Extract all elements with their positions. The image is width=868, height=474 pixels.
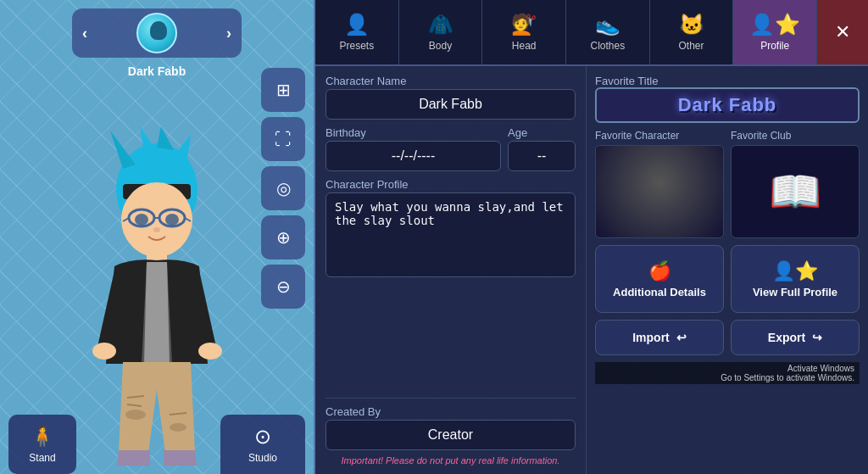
frame-icon: ⛶ [275, 130, 292, 149]
side-toolbar: ⊞ ⛶ ◎ ⊕ ⊖ [261, 68, 305, 309]
additional-details-button[interactable]: 🍎 Additional Details [595, 245, 724, 313]
created-by-section: Created By Important! Please do not put … [326, 398, 576, 466]
import-button[interactable]: Import ↩ [595, 320, 724, 355]
character-profile-label: Character Profile [326, 178, 576, 191]
favorite-club-label: Favorite Club [731, 130, 860, 142]
book-icon: 📖 [769, 167, 821, 216]
birthday-input[interactable] [326, 141, 501, 171]
form-section: Character Name Birthday Age Character Pr… [315, 66, 587, 474]
character-name-input[interactable] [326, 89, 576, 120]
profile-section: Favorite Title Dark Fabb Favorite Charac… [587, 66, 868, 474]
character-name-field-group: Character Name [326, 75, 576, 120]
export-button[interactable]: Export ↪ [731, 320, 860, 355]
character-selector: ‹ › [72, 8, 242, 58]
tab-body-label: Body [429, 40, 452, 52]
stand-icon: 🧍 [30, 425, 55, 449]
svg-point-17 [198, 343, 222, 360]
tab-bar: 👤 Presets 🧥 Body 💇 Head 👟 Clothes 🐱 Othe… [315, 0, 868, 66]
favorite-club-box: Favorite Club 📖 [731, 130, 860, 238]
additional-details-label: Additional Details [613, 286, 706, 298]
left-panel: ‹ › Dark Fabb [0, 0, 314, 474]
clothes-icon: 👟 [595, 13, 620, 36]
svg-marker-1 [110, 131, 136, 169]
favorite-club-image: 📖 [731, 145, 860, 238]
creator-input[interactable] [326, 420, 576, 450]
view-profile-icon: 👤⭐ [772, 260, 818, 282]
character-name-label: Character Name [326, 75, 576, 87]
svg-marker-3 [157, 126, 174, 150]
next-character-button[interactable]: › [226, 25, 231, 42]
content-area: Character Name Birthday Age Character Pr… [315, 66, 868, 474]
zoom-in-button[interactable]: ⊕ [261, 215, 305, 259]
created-by-label: Created By [326, 405, 576, 418]
export-label: Export [768, 331, 805, 344]
tab-head[interactable]: 💇 Head [482, 0, 566, 64]
bottom-bar: 🧍 Stand ⊙ Studio [0, 415, 314, 474]
birthday-age-row: Birthday Age [326, 126, 576, 171]
stand-button[interactable]: 🧍 Stand [8, 415, 76, 474]
tab-body[interactable]: 🧥 Body [399, 0, 483, 64]
action-row: 🍎 Additional Details 👤⭐ View Full Profil… [595, 245, 860, 313]
favorite-row: Favorite Character Favorite Club 📖 [595, 130, 860, 238]
age-label: Age [508, 126, 576, 139]
favorite-character-label: Favorite Character [595, 130, 724, 142]
favorite-title-value: Dark Fabb [678, 94, 777, 115]
view-full-profile-button[interactable]: 👤⭐ View Full Profile [731, 245, 860, 313]
main-container: ‹ › Dark Fabb [0, 0, 868, 474]
additional-details-icon: 🍎 [648, 260, 671, 282]
character-avatar [136, 13, 177, 53]
stand-label: Stand [29, 452, 55, 464]
tab-clothes[interactable]: 👟 Clothes [566, 0, 650, 64]
tab-profile-label: Profile [760, 40, 789, 52]
birthday-field-group: Birthday [326, 126, 501, 171]
studio-button[interactable]: ⊙ Studio [220, 415, 305, 474]
svg-point-12 [135, 214, 148, 226]
body-icon: 🧥 [428, 13, 453, 36]
favorite-title-group: Favorite Title Dark Fabb [595, 75, 860, 123]
zoom-out-button[interactable]: ⊖ [261, 265, 305, 309]
import-label: Import [632, 331, 670, 344]
svg-point-14 [153, 227, 160, 232]
close-button[interactable]: ✕ [817, 0, 868, 64]
grid-tool-button[interactable]: ⊞ [261, 68, 305, 112]
age-input[interactable] [508, 141, 576, 171]
favorite-character-placeholder [596, 146, 723, 237]
tab-presets-label: Presets [339, 40, 374, 52]
zoom-in-icon: ⊕ [276, 227, 291, 248]
presets-icon: 👤 [344, 13, 370, 36]
tab-other[interactable]: 🐱 Other [650, 0, 734, 64]
profile-field-group: Character Profile [326, 178, 576, 281]
head-icon: 💇 [511, 13, 537, 36]
character-name-display: Dark Fabb [128, 64, 186, 78]
tab-profile[interactable]: 👤⭐ Profile [733, 0, 817, 64]
eye-tool-button[interactable]: ◎ [261, 166, 305, 210]
prev-character-button[interactable]: ‹ [82, 25, 87, 42]
svg-point-6 [121, 182, 192, 257]
studio-label: Studio [248, 452, 277, 464]
studio-icon: ⊙ [254, 425, 271, 449]
favorite-title-box: Dark Fabb [595, 87, 860, 123]
frame-tool-button[interactable]: ⛶ [261, 117, 305, 161]
warning-text: Important! Please do not put any real li… [326, 455, 576, 466]
zoom-out-icon: ⊖ [276, 276, 291, 297]
favorite-title-label: Favorite Title [595, 75, 860, 87]
tab-presets[interactable]: 👤 Presets [315, 0, 399, 64]
eye-icon: ◎ [276, 178, 291, 198]
export-icon: ↪ [812, 331, 822, 344]
close-icon: ✕ [835, 21, 850, 43]
view-full-profile-label: View Full Profile [753, 286, 837, 298]
import-icon: ↩ [676, 331, 687, 344]
character-profile-textarea[interactable] [326, 192, 576, 277]
svg-point-16 [92, 343, 116, 360]
import-export-row: Import ↩ Export ↪ [595, 320, 860, 355]
windows-activation-notice: Activate WindowsGo to Settings to activa… [595, 362, 860, 384]
birthday-label: Birthday [326, 126, 501, 139]
profile-icon: 👤⭐ [749, 13, 800, 36]
tab-clothes-label: Clothes [591, 40, 626, 52]
grid-icon: ⊞ [276, 80, 291, 100]
favorite-character-image [595, 145, 724, 238]
tab-other-label: Other [679, 40, 704, 52]
favorite-character-box: Favorite Character [595, 130, 724, 238]
other-icon: 🐱 [679, 13, 704, 36]
svg-point-13 [165, 214, 179, 226]
